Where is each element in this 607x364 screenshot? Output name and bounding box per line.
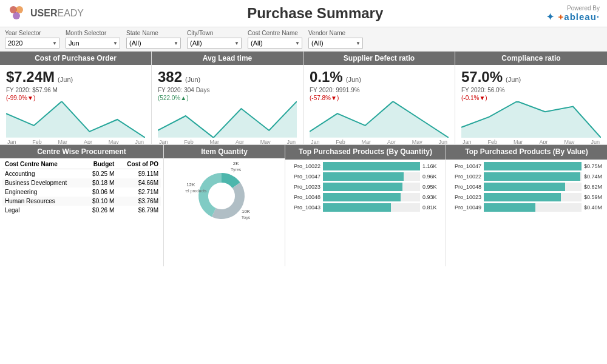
donut-chart: 2KTyres10KToys12Kapparel products [185,161,264,228]
cwp-cell: Business Development [2,178,84,187]
sparkline-svg-0 [6,101,145,138]
kpi-period-2: (Jun) [344,76,361,83]
axis-label: Jun [591,139,600,144]
top-qty-card: Top Purchased Products (By Quantity) Pro… [285,145,446,266]
product-row-2: Pro_10048 $0.62M [450,183,603,191]
axis-label: May [564,139,574,144]
product-bar-4 [323,203,391,212]
cwp-col-header: Cost of PO [117,160,161,169]
filter-select-2[interactable]: (All) [126,38,181,49]
sparkline-axis-0: JanFebMarAprMayJun [6,139,145,144]
axis-label: Jan [311,139,320,144]
product-row-3: Pro_10048 0.93K [289,193,442,201]
kpi-value-row-0: $7.24M (Jun) [6,69,145,86]
product-label-0: Pro_10047 [450,163,481,169]
filter-select-5[interactable]: (All) [308,38,363,49]
filter-group-3: City/Town(All) [187,30,242,49]
axis-label: Jun [438,139,447,144]
kpi-value-row-3: 57.0% (Jun) [461,69,601,86]
kpi-value-row-2: 0.1% (Jun) [310,69,449,86]
cwp-row: Legal$0.26 M$6.79M [2,206,161,215]
kpi-sub1-2: FY 2020: 9991.9% [310,87,449,93]
kpi-value-0: $7.24M [6,69,55,86]
cwp-cell: $0.25 M [84,169,117,179]
top-qty-header: Top Purchased Products (By Quantity) [285,145,446,160]
powered-by-text: Powered By [546,5,600,12]
filter-group-2: State Name(All) [126,30,181,49]
kpi-sub2-2: (-57.8%▼) [310,95,449,101]
product-bar-wrap-3 [323,193,420,201]
filter-select-wrap-1[interactable]: Jun [66,38,120,49]
logo: USEREADY [7,4,84,23]
kpi-header-0: Cost of Purchase Order [0,52,151,65]
kpi-value-row-1: 382 (Jun) [158,69,297,86]
kpi-header-3: Compliance ratio [455,52,607,65]
filter-select-wrap-2[interactable]: (All) [126,38,181,49]
product-row-0: Pro_10022 1.16K [289,162,442,170]
axis-label: May [260,139,271,144]
logo-icon [7,4,27,23]
product-val-4: 0.81K [422,204,442,211]
cwp-cell: $0.26 M [84,206,117,215]
product-row-2: Pro_10023 0.95K [289,183,442,191]
product-bar-wrap-0 [323,162,420,170]
axis-label: May [109,139,119,144]
product-bar-wrap-4 [323,203,420,212]
kpi-card-1: Avg Lead time382 (Jun)FY 2020: 304 Days(… [152,52,304,144]
axis-label: Apr [539,139,548,144]
product-val-3: $0.59M [584,194,603,200]
product-label-4: Pro_10043 [289,204,320,211]
product-val-0: $0.75M [584,163,603,169]
kpi-period-1: (Jun) [183,76,200,83]
cwp-cell: $3.76M [117,197,161,206]
filter-select-wrap-3[interactable]: (All) [187,38,242,49]
kpi-period-3: (Jun) [504,76,521,83]
filter-label-2: State Name [126,30,181,36]
product-bar-2 [484,183,565,191]
filter-bar: Year Selector2020Month SelectorJunState … [0,27,607,52]
item-quantity-header: Item Quantity [164,145,285,158]
kpi-period-0: (Jun) [56,76,73,83]
product-bar-1 [484,172,580,181]
filter-select-wrap-5[interactable]: (All) [308,38,363,49]
product-row-4: Pro_10049 $0.40M [450,203,603,212]
product-val-3: 0.93K [422,194,442,200]
axis-label: Feb [184,139,194,144]
filter-select-0[interactable]: 2020 [5,38,59,49]
product-row-0: Pro_10047 $0.75M [450,162,603,170]
filter-select-1[interactable]: Jun [66,38,120,49]
filter-select-wrap-0[interactable]: 2020 [5,38,59,49]
kpi-sub2-0: (-99.0%▼) [6,95,145,101]
kpi-sub1-3: FY 2020: 56.0% [461,87,601,93]
product-bar-wrap-4 [484,203,582,212]
cwp-cell: $0.18 M [84,178,117,187]
axis-label: Mar [362,139,371,144]
product-bar-wrap-0 [484,162,582,170]
axis-label: Apr [84,139,92,144]
cwp-cell: Human Resources [2,197,84,206]
svg-point-2 [13,12,20,19]
donut-sublabel-0: Tyres [231,167,242,172]
cwp-cell: $0.06 M [84,187,117,197]
product-row-1: Pro_10022 $0.74M [450,172,603,181]
cwp-row: Accounting$0.25 M$9.11M [2,169,161,179]
kpi-card-0: Cost of Purchase Order$7.24M (Jun)FY 202… [0,52,152,144]
bottom-section: Centre Wise Procurement Cost Centre Name… [0,145,607,266]
cwp-cell: $9.11M [117,169,161,179]
product-val-2: 0.95K [422,184,442,190]
top-qty-products: Pro_10022 1.16K Pro_10047 0.96K Pro_1002… [285,160,446,254]
axis-label: Jun [135,139,144,144]
filter-select-4[interactable]: (All) [248,38,302,49]
top-val-card: Top Purchased Products (By Value) Pro_10… [446,145,607,266]
axis-label: Feb [32,139,42,144]
product-val-0: 1.16K [422,163,442,169]
axis-label: Feb [336,139,345,144]
filter-select-3[interactable]: (All) [187,38,242,49]
filter-label-1: Month Selector [66,30,120,36]
filter-group-5: Vendor Name(All) [308,30,363,49]
sparkline-svg-3 [461,101,601,138]
kpi-card-3: Compliance ratio57.0% (Jun)FY 2020: 56.0… [455,52,607,144]
product-bar-3 [323,193,401,201]
filter-select-wrap-4[interactable]: (All) [248,38,302,49]
product-bar-wrap-1 [323,172,420,181]
